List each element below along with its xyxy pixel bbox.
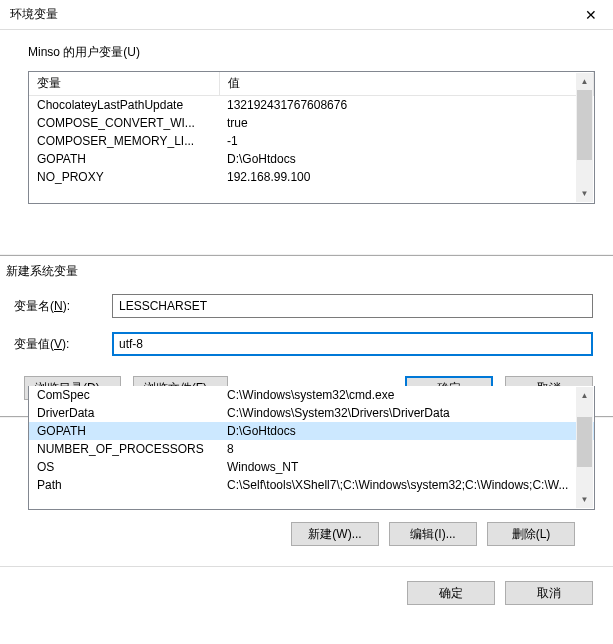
scroll-down-icon[interactable]: ▼ xyxy=(576,491,593,508)
cell-var: ChocolateyLastPathUpdate xyxy=(29,96,219,115)
table-row[interactable]: ChocolateyLastPathUpdate1321924317676086… xyxy=(29,96,594,115)
table-row[interactable]: GOPATHD:\GoHtdocs xyxy=(29,150,594,168)
cell-var: COMPOSER_MEMORY_LI... xyxy=(29,132,219,150)
scroll-thumb[interactable] xyxy=(577,417,592,467)
user-vars-table-wrap: 变量 值 ChocolateyLastPathUpdate13219243176… xyxy=(28,71,595,204)
cell-val: D:\GoHtdocs xyxy=(219,150,594,168)
ok-button[interactable]: 确定 xyxy=(407,581,495,605)
cell-val: C:\Self\tools\XShell7\;C:\Windows\system… xyxy=(219,476,594,494)
edit-button[interactable]: 编辑(I)... xyxy=(389,522,477,546)
cell-var: COMPOSE_CONVERT_WI... xyxy=(29,114,219,132)
var-value-row: 变量值(V): xyxy=(0,328,613,366)
cell-var: GOPATH xyxy=(29,422,219,440)
table-row[interactable]: OSWindows_NT xyxy=(29,458,594,476)
cell-val: 8 xyxy=(219,440,594,458)
cancel-button[interactable]: 取消 xyxy=(505,581,593,605)
cell-var: ComSpec xyxy=(29,386,219,404)
table-row[interactable]: NUMBER_OF_PROCESSORS8 xyxy=(29,440,594,458)
window-title: 环境变量 xyxy=(10,6,58,23)
cell-val: C:\Windows\system32\cmd.exe xyxy=(219,386,594,404)
titlebar: 环境变量 ✕ xyxy=(0,0,613,30)
scroll-thumb[interactable] xyxy=(577,90,592,160)
cell-var: NO_PROXY xyxy=(29,168,219,186)
scroll-up-icon[interactable]: ▲ xyxy=(576,73,593,90)
scroll-up-icon[interactable]: ▲ xyxy=(576,387,593,404)
dialog-title: 新建系统变量 xyxy=(0,256,613,290)
cell-val: -1 xyxy=(219,132,594,150)
var-name-row: 变量名(N): xyxy=(0,290,613,328)
table-row[interactable]: COMPOSE_CONVERT_WI...true xyxy=(29,114,594,132)
table-row[interactable]: PathC:\Self\tools\XShell7\;C:\Windows\sy… xyxy=(29,476,594,494)
table-row[interactable]: DriverDataC:\Windows\System32\Drivers\Dr… xyxy=(29,404,594,422)
table-row[interactable]: GOPATHD:\GoHtdocs xyxy=(29,422,594,440)
system-vars-table-wrap: ComSpecC:\Windows\system32\cmd.exeDriver… xyxy=(28,386,595,510)
var-value-label: 变量值(V): xyxy=(14,336,112,353)
delete-button[interactable]: 删除(L) xyxy=(487,522,575,546)
scroll-down-icon[interactable]: ▼ xyxy=(576,185,593,202)
cell-val: D:\GoHtdocs xyxy=(219,422,594,440)
table-row[interactable]: NO_PROXY192.168.99.100 xyxy=(29,168,594,186)
system-vars-table[interactable]: ComSpecC:\Windows\system32\cmd.exeDriver… xyxy=(29,386,594,494)
new-button[interactable]: 新建(W)... xyxy=(291,522,379,546)
cell-var: Path xyxy=(29,476,219,494)
table-header-row: 变量 值 xyxy=(29,72,594,96)
system-vars-buttons: 新建(W)... 编辑(I)... 删除(L) xyxy=(28,510,595,560)
table-row[interactable]: ComSpecC:\Windows\system32\cmd.exe xyxy=(29,386,594,404)
cell-val: true xyxy=(219,114,594,132)
col-header-var[interactable]: 变量 xyxy=(29,72,219,96)
close-icon[interactable]: ✕ xyxy=(579,5,603,25)
col-header-val[interactable]: 值 xyxy=(219,72,594,96)
cell-val: 192.168.99.100 xyxy=(219,168,594,186)
cell-val: Windows_NT xyxy=(219,458,594,476)
footer-buttons: 确定 取消 xyxy=(0,566,613,619)
scrollbar[interactable]: ▲ ▼ xyxy=(576,387,593,508)
cell-var: OS xyxy=(29,458,219,476)
var-value-input[interactable] xyxy=(112,332,593,356)
var-name-label: 变量名(N): xyxy=(14,298,112,315)
cell-val: C:\Windows\System32\Drivers\DriverData xyxy=(219,404,594,422)
table-row[interactable]: COMPOSER_MEMORY_LI...-1 xyxy=(29,132,594,150)
cell-var: NUMBER_OF_PROCESSORS xyxy=(29,440,219,458)
cell-val: 132192431767608676 xyxy=(219,96,594,115)
system-vars-section: ComSpecC:\Windows\system32\cmd.exeDriver… xyxy=(0,386,613,566)
user-vars-table[interactable]: 变量 值 ChocolateyLastPathUpdate13219243176… xyxy=(29,72,594,186)
cell-var: GOPATH xyxy=(29,150,219,168)
var-name-input[interactable] xyxy=(112,294,593,318)
scrollbar[interactable]: ▲ ▼ xyxy=(576,73,593,202)
env-dialog: Minso 的用户变量(U) 变量 值 ChocolateyLastPathUp… xyxy=(0,30,613,619)
user-vars-section: Minso 的用户变量(U) 变量 值 ChocolateyLastPathUp… xyxy=(0,30,613,210)
cell-var: DriverData xyxy=(29,404,219,422)
user-vars-label: Minso 的用户变量(U) xyxy=(28,44,595,61)
